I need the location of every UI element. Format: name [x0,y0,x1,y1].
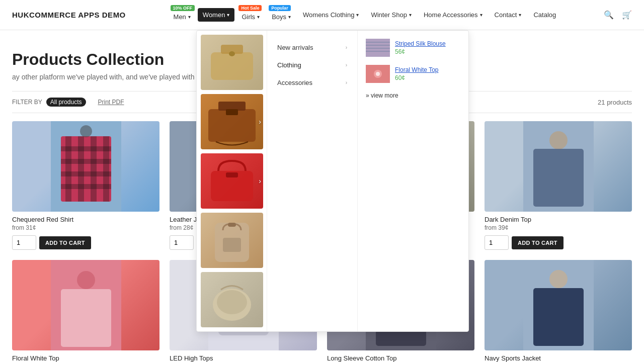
product-card-1: Chequered Red Shirt from 31¢ ADD TO CART [12,121,159,250]
add-to-cart-btn-1[interactable]: ADD TO CART [39,236,91,249]
sub-item-blouse-info: Striped Silk Blouse 56¢ [395,40,446,55]
filter-active-tag[interactable]: All products [46,98,86,107]
menu-item-clothing[interactable]: Clothing › [267,56,357,74]
product-price-1: from 31¢ [12,224,159,231]
svg-point-2 [229,51,235,56]
svg-rect-15 [366,45,390,46]
dropdown-image-column: › › [197,31,267,331]
sub-item-floral-white[interactable]: Floral White Top 60¢ [358,61,468,87]
svg-rect-41 [533,149,584,207]
dropdown-img-1[interactable] [201,35,263,90]
svg-point-12 [217,290,247,314]
home-accessories-chevron: ▾ [480,12,482,18]
nav-item-winter-shop[interactable]: Winter Shop ▾ [366,8,417,22]
bag-svg-1 [201,35,263,90]
dropdown-sub-menu: Striped Silk Blouse 56¢ Floral White Top… [358,31,468,331]
qty-input-4[interactable] [485,235,509,250]
contact-chevron: ▾ [519,12,521,18]
sub-item-blouse-name: Striped Silk Blouse [395,40,446,47]
men-label: Men [174,13,186,21]
sub-item-floral-info: Floral White Top 60¢ [395,66,438,81]
womens-clothing-label: Womens Clothing [303,11,354,19]
product-name-1: Chequered Red Shirt [12,216,159,223]
carousel-right-3[interactable]: › [259,177,261,185]
svg-rect-53 [533,288,584,346]
nav-item-women[interactable]: Women ▾ [198,8,235,22]
header-icons: 🔍 🛒 [604,10,632,20]
bag-svg-3 [201,153,263,209]
nav-item-womens-clothing[interactable]: Womens Clothing ▾ [298,8,364,22]
qty-input-1[interactable] [12,235,36,250]
print-pdf-link[interactable]: Print PDF [98,99,124,106]
product-actions-4: ADD TO CART [485,235,632,250]
boys-badge: Popular [269,5,291,11]
product-card-4: Dark Denim Top from 39¢ ADD TO CART [485,121,632,250]
product-price-4: from 39¢ [485,224,632,231]
product-img-8 [485,260,632,350]
product-img-4 [485,121,632,212]
product-card-5: Floral White Top from 26¢ ADD TO CART [12,260,159,362]
nav-item-men[interactable]: 10% OFF Men ▾ [169,6,196,24]
svg-rect-17 [366,51,390,52]
catalog-label: Catalog [533,11,556,19]
add-to-cart-btn-4[interactable]: ADD TO CART [512,236,564,249]
dropdown-img-3[interactable]: › [201,153,263,209]
svg-rect-44 [61,289,111,347]
winter-shop-chevron: ▾ [409,12,412,18]
product-name-7: Long Sleeve Cotton Top [327,354,474,362]
dropdown-img-2[interactable]: › [201,94,263,149]
boys-label: Boys [272,13,286,21]
womens-clothing-chevron: ▾ [356,12,359,18]
nav-item-catalog[interactable]: Catalog [528,8,561,22]
nav-item-contact[interactable]: Contact ▾ [490,8,527,22]
product-img-5 [12,260,159,350]
view-more-link[interactable]: » view more [358,87,468,104]
product-card-8: Navy Sports Jacket from 41¢ ADD TO CART [485,260,632,362]
bag-svg-4 [201,213,263,268]
product-name-5: Floral White Top [12,354,159,362]
product-name-4: Dark Denim Top [485,216,632,223]
women-chevron: ▾ [227,12,229,18]
svg-rect-0 [211,52,253,80]
women-label: Women [203,11,225,19]
men-chevron: ▾ [188,14,191,20]
sub-item-floral-img [366,65,390,83]
contact-label: Contact [495,11,517,19]
svg-point-31 [80,125,92,137]
svg-rect-16 [366,48,390,49]
qty-input-2[interactable] [170,235,194,250]
bag-svg-2 [201,94,263,149]
svg-point-20 [376,72,380,76]
dropdown-img-4[interactable] [201,213,263,268]
svg-rect-10 [228,223,236,227]
menu-item-accessories[interactable]: Accessories › [267,74,357,92]
men-badge: 10% OFF [171,5,195,11]
sub-item-blouse-img [366,39,390,57]
svg-point-52 [549,270,568,288]
search-icon[interactable]: 🔍 [604,10,614,20]
boys-chevron: ▾ [288,14,291,20]
svg-point-43 [77,271,95,289]
girls-badge: Hot Sale [238,5,262,11]
menu-item-new-arrivals[interactable]: New arrivals › [267,39,357,56]
women-dropdown: › › [196,30,469,332]
filter-left: FILTER BY All products Print PDF [12,98,124,107]
bag-svg-5 [201,272,263,327]
nav-item-girls[interactable]: Hot Sale Girls ▾ [236,6,265,24]
girls-label: Girls [242,13,255,21]
sub-item-floral-price: 60¢ [395,74,438,81]
product-actions-1: ADD TO CART [12,235,159,250]
product-name-6: LED High Tops [170,354,317,362]
sub-item-striped-blouse[interactable]: Striped Silk Blouse 56¢ [358,35,468,61]
new-arrivals-arrow: › [346,45,347,50]
cart-icon[interactable]: 🛒 [622,10,632,20]
clothing-arrow: › [346,62,347,68]
nav-item-home-accessories[interactable]: Home Accessories ▾ [419,8,488,22]
dropdown-img-5[interactable] [201,272,263,327]
svg-rect-7 [226,172,238,177]
sub-item-blouse-price: 56¢ [395,48,446,55]
nav-item-boys[interactable]: Popular Boys ▾ [267,6,296,24]
carousel-right-2[interactable]: › [259,118,261,126]
product-img-1 [12,121,159,212]
home-accessories-label: Home Accessories [424,11,478,19]
